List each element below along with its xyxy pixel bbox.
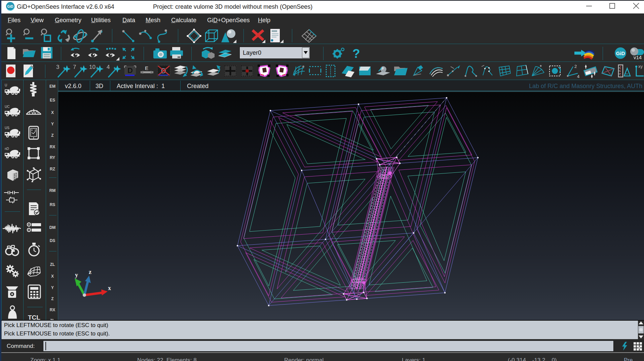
svg-text:2: 2 bbox=[574, 64, 577, 69]
svg-text:z: z bbox=[89, 269, 91, 275]
svg-text:U: U bbox=[5, 83, 7, 87]
svg-text:E: E bbox=[145, 65, 148, 71]
svg-text:US: US bbox=[5, 126, 9, 130]
svg-text:GiD: GiD bbox=[7, 5, 13, 8]
svg-text:v14: v14 bbox=[634, 54, 642, 60]
svg-text:4: 4 bbox=[107, 64, 110, 70]
svg-text:UC: UC bbox=[5, 105, 9, 109]
svg-text:10: 10 bbox=[89, 64, 96, 70]
svg-text:4: 4 bbox=[577, 74, 579, 78]
svg-text:x: x bbox=[108, 285, 111, 291]
svg-text:3: 3 bbox=[56, 64, 59, 70]
svg-text:nD: nD bbox=[5, 147, 9, 151]
svg-text:y: y bbox=[75, 272, 78, 278]
svg-text:xy: xy bbox=[638, 64, 643, 69]
svg-text:D: D bbox=[127, 66, 133, 75]
svg-text:GiD: GiD bbox=[616, 50, 625, 56]
svg-text:7: 7 bbox=[73, 64, 76, 70]
